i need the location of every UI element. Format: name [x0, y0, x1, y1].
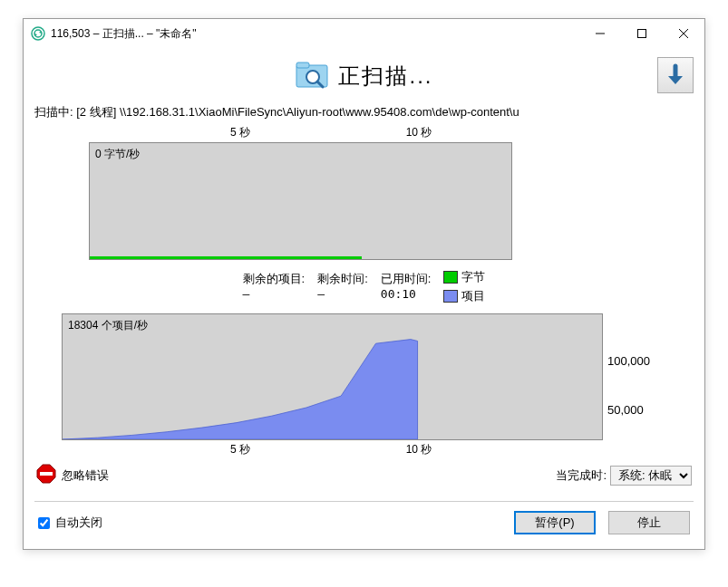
separator [34, 501, 694, 502]
remaining-time-label: 剩余时间: [317, 272, 368, 287]
pause-button[interactable]: 暂停(P) [514, 511, 596, 534]
stop-button[interactable]: 停止 [608, 511, 690, 534]
ignore-errors-button[interactable]: 忽略错误 [36, 464, 109, 486]
y-tick-50k: 50,000 [607, 403, 644, 417]
svg-rect-6 [296, 63, 309, 68]
svg-marker-9 [63, 340, 418, 439]
axis-tick: 10 秒 [406, 442, 432, 457]
auto-close-label: 自动关闭 [55, 515, 102, 531]
window-title: 116,503 – 正扫描... – "未命名" [51, 26, 579, 42]
elapsed-time-label: 已用时间: [381, 272, 432, 287]
items-chart: 18304 个项目/秒 [62, 313, 603, 440]
axis-tick: 5 秒 [230, 442, 250, 457]
folder-search-icon [295, 60, 331, 93]
remaining-items-label: 剩余的项目: [243, 272, 306, 287]
bytes-chart: 0 字节/秒 [89, 142, 512, 260]
scan-path: 扫描中: [2 线程] \\192.168.31.1\XiaoMi\FileSy… [34, 104, 694, 120]
close-button[interactable] [663, 19, 704, 48]
items-chart-y-axis: 100,000 50,000 [607, 313, 689, 458]
elapsed-time-value: 00:10 [381, 287, 416, 303]
dropdown-arrow-button[interactable] [657, 57, 694, 93]
legend-swatch-items [443, 290, 458, 303]
minimize-button[interactable] [579, 19, 621, 48]
titlebar: 116,503 – 正扫描... – "未命名" [24, 19, 704, 48]
auto-close-checkbox[interactable]: 自动关闭 [38, 515, 102, 531]
chart-legend: 字节 项目 [443, 269, 485, 304]
no-entry-icon [36, 464, 56, 486]
on-complete-select[interactable]: 系统: 休眠 [610, 466, 692, 486]
bytes-chart-line [90, 256, 362, 259]
axis-tick: 5 秒 [230, 125, 250, 140]
remaining-items-value: – [243, 287, 250, 303]
chart1-x-axis: 5 秒 10 秒 [62, 126, 603, 142]
app-sync-icon [31, 26, 45, 41]
svg-point-0 [32, 27, 44, 40]
scan-title: 正扫描... [338, 62, 432, 91]
legend-label-bytes: 字节 [461, 269, 485, 285]
legend-label-items: 项目 [461, 288, 485, 304]
items-chart-label: 18304 个项目/秒 [68, 318, 148, 333]
svg-rect-11 [40, 472, 53, 476]
remaining-time-value: – [317, 287, 325, 303]
maximize-button[interactable] [621, 19, 663, 48]
stats-row: 剩余的项目: – 剩余时间: – 已用时间: 00:10 字节 项目 [34, 260, 694, 313]
bytes-chart-label: 0 字节/秒 [95, 147, 140, 162]
svg-rect-2 [638, 30, 646, 38]
axis-tick: 10 秒 [406, 125, 432, 140]
legend-swatch-bytes [443, 271, 458, 284]
auto-close-input[interactable] [38, 517, 50, 529]
y-tick-100k: 100,000 [607, 354, 650, 368]
header: 正扫描... [34, 55, 694, 97]
ignore-errors-label: 忽略错误 [62, 467, 109, 484]
chart2-x-axis: 5 秒 10 秒 [62, 440, 603, 458]
on-complete-label: 当完成时: [556, 467, 607, 484]
